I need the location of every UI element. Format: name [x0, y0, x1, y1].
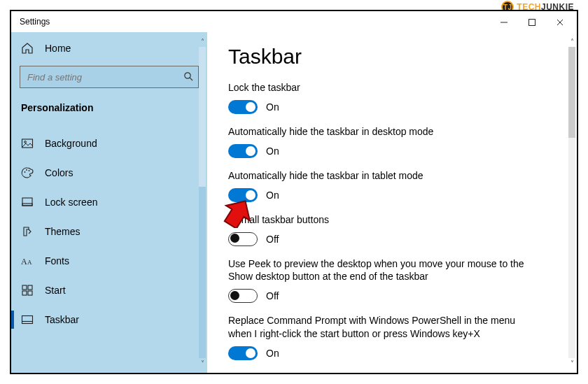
- option-small-buttons: e small taskbar buttons Off: [228, 213, 529, 246]
- sidebar-item-label: Colors: [45, 167, 73, 178]
- search-input[interactable]: [20, 66, 199, 88]
- lockscreen-icon: [21, 196, 34, 208]
- sidebar-home-label: Home: [45, 43, 71, 54]
- minimize-button[interactable]: [490, 14, 518, 31]
- sidebar-item-label: Background: [45, 138, 97, 149]
- titlebar: Settings: [11, 11, 577, 32]
- toggle-autohide-tablet[interactable]: [228, 188, 258, 202]
- option-lock-taskbar: Lock the taskbar On: [228, 81, 529, 114]
- toggle-small-buttons[interactable]: [228, 232, 258, 246]
- sidebar: Home Personalization Background: [11, 32, 207, 373]
- option-label: Replace Command Prompt with Windows Powe…: [228, 314, 529, 341]
- option-label: Show badges on taskbar buttons: [228, 371, 529, 373]
- toggle-state: Off: [266, 234, 279, 245]
- main-scrollbar[interactable]: ˄ ˅: [567, 38, 577, 367]
- sidebar-item-background[interactable]: Background: [11, 129, 207, 158]
- picture-icon: [21, 137, 34, 150]
- option-powershell: Replace Command Prompt with Windows Powe…: [228, 314, 529, 360]
- sidebar-item-start[interactable]: Start: [11, 276, 207, 305]
- scrollbar-thumb[interactable]: [199, 47, 206, 187]
- sidebar-home[interactable]: Home: [11, 35, 207, 62]
- svg-point-10: [29, 170, 30, 171]
- chevron-up-icon: ˄: [201, 38, 204, 45]
- option-label: Automatically hide the taskbar in deskto…: [228, 125, 529, 138]
- fonts-icon: AA: [21, 255, 34, 267]
- sidebar-item-themes[interactable]: Themes: [11, 217, 207, 246]
- toggle-state: On: [266, 348, 279, 359]
- chevron-down-icon: ˅: [201, 360, 204, 367]
- svg-point-8: [24, 171, 26, 173]
- option-autohide-desktop: Automatically hide the taskbar in deskto…: [228, 125, 529, 158]
- svg-point-4: [185, 73, 190, 78]
- svg-text:A: A: [21, 257, 27, 266]
- option-autohide-tablet: Automatically hide the taskbar in tablet…: [228, 169, 529, 202]
- option-label: e small taskbar buttons: [228, 213, 529, 227]
- svg-rect-16: [28, 285, 32, 290]
- start-icon: [21, 284, 34, 297]
- themes-icon: [21, 225, 34, 238]
- svg-rect-17: [22, 291, 27, 295]
- sidebar-item-label: Lock screen: [45, 197, 97, 208]
- sidebar-item-lockscreen[interactable]: Lock screen: [11, 187, 207, 217]
- toggle-state: Off: [266, 290, 279, 301]
- svg-rect-18: [28, 291, 32, 295]
- page-title: Taskbar: [228, 45, 556, 69]
- home-icon: [21, 42, 34, 55]
- sidebar-item-label: Start: [45, 285, 66, 296]
- maximize-button[interactable]: [518, 14, 546, 31]
- sidebar-item-taskbar[interactable]: Taskbar: [11, 305, 207, 334]
- svg-rect-6: [22, 139, 33, 148]
- window-title: Settings: [20, 17, 50, 27]
- toggle-state: On: [266, 190, 279, 201]
- sidebar-item-colors[interactable]: Colors: [11, 158, 207, 187]
- option-label: Lock the taskbar: [228, 81, 529, 94]
- svg-text:A: A: [27, 259, 32, 266]
- svg-point-7: [24, 141, 27, 143]
- search-icon: [183, 71, 193, 81]
- palette-icon: [21, 166, 34, 179]
- chevron-down-icon: ˅: [570, 360, 574, 367]
- sidebar-section-title: Personalization: [11, 95, 207, 122]
- svg-rect-11: [22, 198, 32, 206]
- close-button[interactable]: [546, 14, 574, 31]
- main-panel: Taskbar Lock the taskbar On Automaticall…: [207, 32, 577, 373]
- sidebar-item-label: Taskbar: [45, 314, 79, 325]
- toggle-powershell[interactable]: [228, 346, 258, 360]
- taskbar-icon: [21, 313, 34, 326]
- toggle-state: On: [266, 101, 279, 113]
- svg-rect-19: [22, 316, 33, 324]
- toggle-lock-taskbar[interactable]: [228, 100, 258, 114]
- sidebar-scrollbar[interactable]: ˄ ˅: [197, 38, 207, 367]
- sidebar-item-fonts[interactable]: AA Fonts: [11, 246, 207, 276]
- chevron-up-icon: ˄: [570, 38, 574, 45]
- option-peek: Use Peek to preview the desktop when you…: [228, 257, 529, 304]
- svg-line-5: [190, 78, 192, 80]
- svg-rect-12: [22, 204, 32, 206]
- svg-rect-15: [22, 285, 27, 290]
- option-label: Use Peek to preview the desktop when you…: [228, 257, 529, 284]
- sidebar-item-label: Fonts: [45, 255, 69, 266]
- toggle-peek[interactable]: [228, 289, 258, 303]
- toggle-autohide-desktop[interactable]: [228, 144, 258, 158]
- svg-point-9: [26, 169, 27, 171]
- settings-window: Settings Home Personal: [10, 10, 578, 374]
- option-badges: Show badges on taskbar buttons On: [228, 371, 529, 373]
- option-label: Automatically hide the taskbar in tablet…: [228, 169, 529, 183]
- toggle-state: On: [266, 145, 279, 157]
- scrollbar-thumb[interactable]: [568, 47, 575, 138]
- sidebar-item-label: Themes: [45, 226, 80, 237]
- svg-rect-1: [529, 20, 536, 26]
